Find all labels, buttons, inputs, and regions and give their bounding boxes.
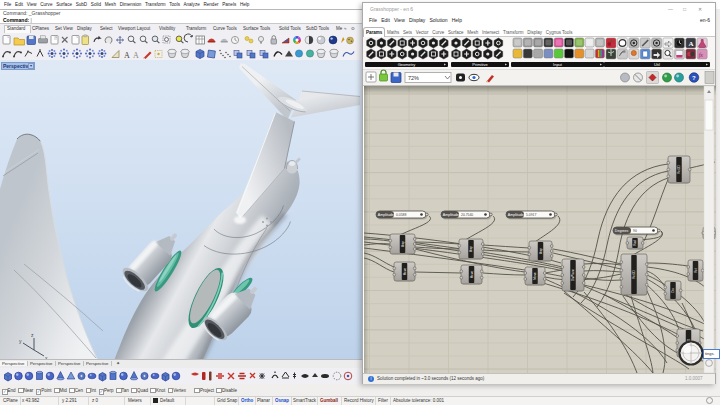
svg-text:Move: Move bbox=[403, 268, 407, 276]
svg-text:Rad: Rad bbox=[633, 240, 637, 246]
svg-text:Amp: Amp bbox=[401, 241, 405, 248]
svg-text:90: 90 bbox=[633, 229, 637, 233]
svg-text:DivPlane: DivPlane bbox=[571, 269, 575, 281]
svg-text:Geometry: Geometry bbox=[398, 62, 416, 67]
svg-text:Primitive: Primitive bbox=[472, 62, 488, 67]
svg-text:Rot3D: Rot3D bbox=[632, 269, 636, 278]
svg-text:5.0917: 5.0917 bbox=[526, 213, 536, 217]
svg-text:Input: Input bbox=[553, 62, 563, 67]
svg-text:Amplitude: Amplitude bbox=[378, 213, 394, 217]
svg-text:A: A bbox=[133, 51, 139, 60]
svg-text:Move: Move bbox=[470, 271, 474, 279]
svg-text:fx: fx bbox=[699, 52, 704, 58]
svg-text:Amp: Amp bbox=[539, 248, 543, 255]
svg-text:Amplitude: Amplitude bbox=[443, 213, 459, 217]
svg-text:Util: Util bbox=[654, 62, 660, 67]
svg-text:Amplitude: Amplitude bbox=[508, 213, 524, 217]
svg-text:72%: 72% bbox=[408, 75, 419, 81]
svg-text:Move: Move bbox=[533, 272, 537, 280]
svg-text:20.7540: 20.7540 bbox=[461, 213, 473, 217]
svg-text:Rot3D: Rot3D bbox=[677, 164, 681, 173]
svg-text:A: A bbox=[688, 40, 693, 48]
svg-text:0.0588: 0.0588 bbox=[396, 213, 406, 217]
svg-text:Amp: Amp bbox=[469, 246, 473, 253]
svg-text:Rot: Rot bbox=[694, 268, 698, 273]
svg-text:?: ? bbox=[692, 75, 696, 81]
svg-text:Degrees: Degrees bbox=[615, 229, 629, 233]
svg-text:A: A bbox=[124, 51, 130, 60]
svg-text:Div: Div bbox=[671, 288, 675, 293]
